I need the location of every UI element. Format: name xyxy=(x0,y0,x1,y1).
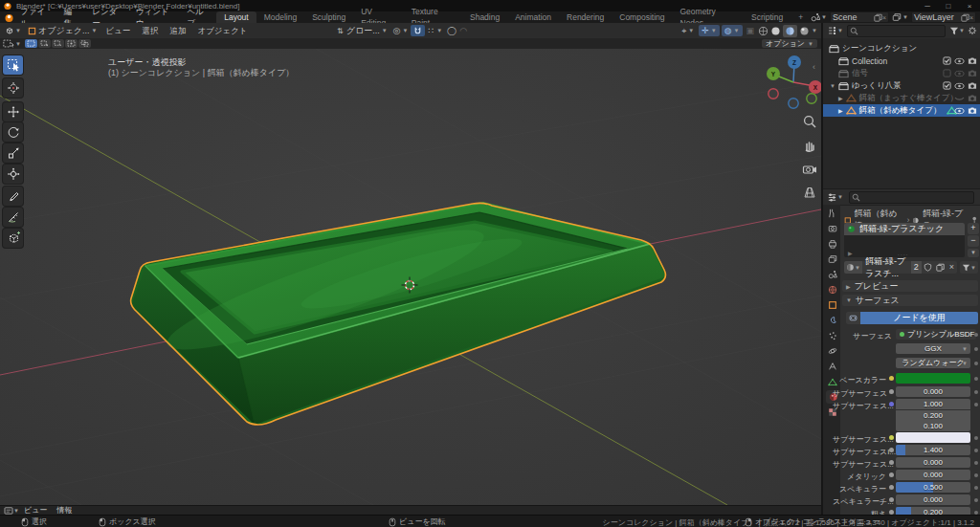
radius-y-field[interactable]: 0.200 xyxy=(896,410,970,421)
outliner-row-esabako-straight[interactable]: ▶ 餌箱（まっすぐ棒タイプ） xyxy=(823,92,980,104)
render-camera-icon[interactable] xyxy=(968,56,977,65)
properties-editor-icon[interactable] xyxy=(827,192,837,203)
editor-type-icon[interactable] xyxy=(4,26,15,36)
select-mode-intersect[interactable] xyxy=(78,39,91,48)
render-camera-icon[interactable] xyxy=(968,94,977,102)
scene-field[interactable]: Scene × xyxy=(830,11,889,23)
select-mode-set[interactable] xyxy=(25,39,37,48)
menu-add[interactable]: 追加 xyxy=(164,23,191,38)
tab-tool[interactable] xyxy=(825,207,839,220)
remove-slot-button[interactable]: − xyxy=(968,235,979,247)
base-color-swatch[interactable] xyxy=(896,373,970,384)
exclude-checkbox-on[interactable] xyxy=(943,56,951,65)
tool-annotate[interactable] xyxy=(3,187,23,206)
minimize-button[interactable]: ─ xyxy=(917,2,938,11)
tool-cursor[interactable] xyxy=(3,78,23,98)
slot-specials-arrow[interactable]: ▶ xyxy=(848,250,853,256)
outliner-row-collection[interactable]: Collection xyxy=(823,55,980,67)
slot-specials-menu[interactable]: ▼ xyxy=(968,249,979,257)
tab-rendering[interactable]: Rendering xyxy=(559,11,612,23)
panel-surface[interactable]: ▼ サーフェス xyxy=(842,295,978,306)
tab-object[interactable] xyxy=(825,298,839,312)
material-slot-row[interactable]: 餌箱-緑-プラスチック xyxy=(844,223,965,235)
tab-shading[interactable]: Shading xyxy=(462,11,507,23)
properties-search-field[interactable] xyxy=(849,191,974,204)
tab-constraints[interactable] xyxy=(825,360,839,373)
render-camera-icon[interactable] xyxy=(968,81,977,90)
render-camera-icon[interactable] xyxy=(968,106,977,115)
unlink-material-button[interactable]: × xyxy=(947,261,957,274)
specular-tint-slider[interactable]: 0.000 xyxy=(896,494,970,505)
hide-eye-icon[interactable] xyxy=(954,107,965,115)
select-mode-subtract[interactable] xyxy=(52,39,64,48)
material-browse-button[interactable]: ▼ xyxy=(844,261,862,274)
tool-move[interactable] xyxy=(3,102,23,121)
hide-eye-icon[interactable] xyxy=(954,82,965,90)
radius-x-field[interactable]: 1.000 xyxy=(896,399,970,409)
sidebar-toggle-arrow[interactable]: ‹ xyxy=(813,62,815,72)
add-workspace-button[interactable]: + xyxy=(791,11,811,23)
subsurface-aniso-slider[interactable]: 0.000 xyxy=(896,457,970,468)
pivot-point-dropdown[interactable]: ◎▼ xyxy=(390,25,412,36)
info-editor-icon[interactable] xyxy=(4,507,13,515)
active-tool-chevron[interactable]: ▼ xyxy=(15,41,21,47)
shading-dropdown-chevron[interactable]: ▼ xyxy=(812,28,817,33)
gizmo-x-neg[interactable] xyxy=(768,89,778,99)
shading-rendered-button[interactable] xyxy=(799,26,810,36)
blender-menu-icon[interactable] xyxy=(4,12,13,23)
tab-physics[interactable] xyxy=(825,344,839,358)
filter-chevron[interactable]: ▼ xyxy=(959,28,965,33)
sss-method-dropdown[interactable]: ランダムウォーク ▼ xyxy=(896,358,970,368)
shading-wireframe-button[interactable] xyxy=(758,26,768,36)
radius-z-field[interactable]: 0.100 xyxy=(896,421,970,431)
outliner-row-esabako-slanted[interactable]: ▶ 餌箱（斜め棒タイプ） xyxy=(823,104,980,117)
gizmo-y-neg[interactable] xyxy=(807,94,816,103)
snap-toggle[interactable] xyxy=(411,25,425,36)
outliner-row-yukkuri[interactable]: ▼ ゆっくり八景 xyxy=(823,79,980,92)
add-slot-button[interactable]: + xyxy=(968,223,979,234)
material-name-field[interactable]: 餌箱-緑-プラスチ... xyxy=(862,261,911,274)
distribution-dropdown[interactable]: GGX ▼ xyxy=(896,343,970,354)
outliner-search-field[interactable] xyxy=(847,25,946,37)
outliner-editor-icon[interactable] xyxy=(827,26,837,35)
camera-view-icon[interactable] xyxy=(802,162,817,177)
use-nodes-button[interactable]: ノードを使用 xyxy=(860,312,978,324)
menu-select[interactable]: 選択 xyxy=(136,23,164,38)
options-button[interactable]: オプション▼ xyxy=(762,39,817,48)
mode-selector[interactable]: オブジェク... ▼ xyxy=(25,25,100,36)
tool-measure[interactable] xyxy=(3,208,23,227)
tool-add-cube[interactable] xyxy=(3,229,23,248)
viewlayer-browse-chevron[interactable]: ▼ xyxy=(902,14,908,20)
close-button[interactable]: × xyxy=(959,2,980,11)
exclude-checkbox-on[interactable] xyxy=(943,81,951,90)
tab-compositing[interactable]: Compositing xyxy=(612,11,672,23)
pan-hand-icon[interactable] xyxy=(802,138,817,153)
hide-eye-icon[interactable] xyxy=(954,57,965,65)
tab-scene[interactable] xyxy=(825,268,839,281)
expand-arrow[interactable]: ▶ xyxy=(838,107,843,114)
subsurface-ior-slider[interactable]: 1.400 xyxy=(896,445,970,455)
viewport-3d[interactable]: ユーザー・透視投影 (1) シーンコレクション | 餌箱（斜め棒タイプ） Z X… xyxy=(0,49,821,505)
tab-world[interactable] xyxy=(825,283,839,296)
fake-user-button[interactable] xyxy=(922,261,934,274)
tab-scripting[interactable]: Scripting xyxy=(744,11,791,23)
perspective-toggle-icon[interactable] xyxy=(802,185,817,200)
eye-closed-icon[interactable] xyxy=(954,95,965,102)
panel-preview[interactable]: ▶ プレビュー xyxy=(842,280,978,292)
specular-slider[interactable]: 0.500 xyxy=(896,482,970,493)
tool-select-box[interactable] xyxy=(3,55,23,75)
new-material-button[interactable] xyxy=(934,261,947,274)
exclude-checkbox-off[interactable] xyxy=(943,69,951,77)
falloff-icon[interactable]: ◠ xyxy=(459,26,467,35)
subsurface-slider[interactable]: 0.000 xyxy=(896,386,970,397)
render-camera-icon[interactable] xyxy=(968,69,977,77)
tab-output[interactable] xyxy=(825,237,839,251)
viewlayer-field[interactable]: ViewLayer × xyxy=(911,11,976,23)
filter-icon[interactable] xyxy=(949,27,959,35)
viewlayer-remove-icon[interactable]: × xyxy=(969,14,973,21)
outliner-row-shingo[interactable]: 信号 xyxy=(823,67,980,79)
tool-scale[interactable] xyxy=(3,143,23,163)
shading-material-button[interactable] xyxy=(783,25,797,37)
menu-view[interactable]: ビュー xyxy=(100,23,136,38)
gizmo-z-neg[interactable] xyxy=(789,99,798,108)
